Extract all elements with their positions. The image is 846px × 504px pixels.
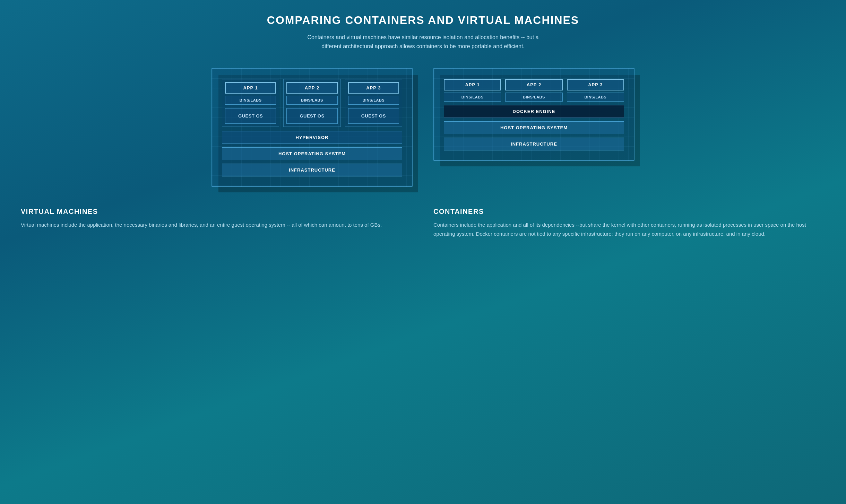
container-app3-bins: BINS/LABS [567,93,624,102]
container-app2-bins: BINS/LABS [505,93,562,102]
vm-app1-label: APP 1 [225,82,276,94]
vm-app3-guest-os: GUEST OS [348,108,399,124]
vm-section-text: Virtual machines include the application… [21,220,413,229]
container-host-os: HOST OPERATING SYSTEM [444,121,624,134]
page-title: COMPARING CONTAINERS AND VIRTUAL MACHINE… [21,14,825,27]
vm-section-title: VIRTUAL MACHINES [21,208,413,216]
container-app-column-3: APP 3 BINS/LABS [567,79,624,102]
vm-diagram-container: APP 1 BINS/LABS GUEST OS APP 2 BINS/LABS… [212,68,413,187]
container-app1-bins: BINS/LABS [444,93,501,102]
bottom-section: VIRTUAL MACHINES Virtual machines includ… [21,208,825,238]
vm-diagram-box: APP 1 BINS/LABS GUEST OS APP 2 BINS/LABS… [212,68,413,187]
container-diagram-container: APP 1 BINS/LABS APP 2 BINS/LABS APP 3 BI… [433,68,634,187]
vm-section: VIRTUAL MACHINES Virtual machines includ… [21,208,413,238]
container-diagram-box: APP 1 BINS/LABS APP 2 BINS/LABS APP 3 BI… [433,68,634,161]
container-apps-row: APP 1 BINS/LABS APP 2 BINS/LABS APP 3 BI… [444,79,624,102]
vm-app1-guest-os: GUEST OS [225,108,276,124]
container-app-column-1: APP 1 BINS/LABS [444,79,501,102]
container-app-column-2: APP 2 BINS/LABS [505,79,562,102]
page-header: COMPARING CONTAINERS AND VIRTUAL MACHINE… [21,14,825,51]
vm-app2-bins: BINS/LABS [286,96,337,105]
vm-app-column-1: APP 1 BINS/LABS GUEST OS [222,79,279,127]
vm-app3-bins: BINS/LABS [348,96,399,105]
containers-section-title: CONTAINERS [433,208,825,216]
vm-host-os: HOST OPERATING SYSTEM [222,147,402,160]
containers-section: CONTAINERS Containers include the applic… [433,208,825,238]
vm-app1-bins: BINS/LABS [225,96,276,105]
vm-app2-label: APP 2 [286,82,337,94]
vm-app-column-2: APP 2 BINS/LABS GUEST OS [283,79,340,127]
container-app2-label: APP 2 [505,79,562,90]
page-subtitle: Containers and virtual machines have sim… [302,33,544,51]
vm-app-column-3: APP 3 BINS/LABS GUEST OS [345,79,402,127]
containers-section-text: Containers include the application and a… [433,220,825,238]
container-docker-engine: DOCKER ENGINE [444,105,624,118]
vm-apps-row: APP 1 BINS/LABS GUEST OS APP 2 BINS/LABS… [222,79,402,127]
vm-hypervisor: HYPERVISOR [222,131,402,144]
vm-infrastructure: INFRASTRUCTURE [222,164,402,176]
vm-app3-label: APP 3 [348,82,399,94]
container-app3-label: APP 3 [567,79,624,90]
container-app1-label: APP 1 [444,79,501,90]
diagrams-row: APP 1 BINS/LABS GUEST OS APP 2 BINS/LABS… [21,68,825,187]
container-infrastructure: INFRASTRUCTURE [444,138,624,150]
vm-app2-guest-os: GUEST OS [286,108,337,124]
